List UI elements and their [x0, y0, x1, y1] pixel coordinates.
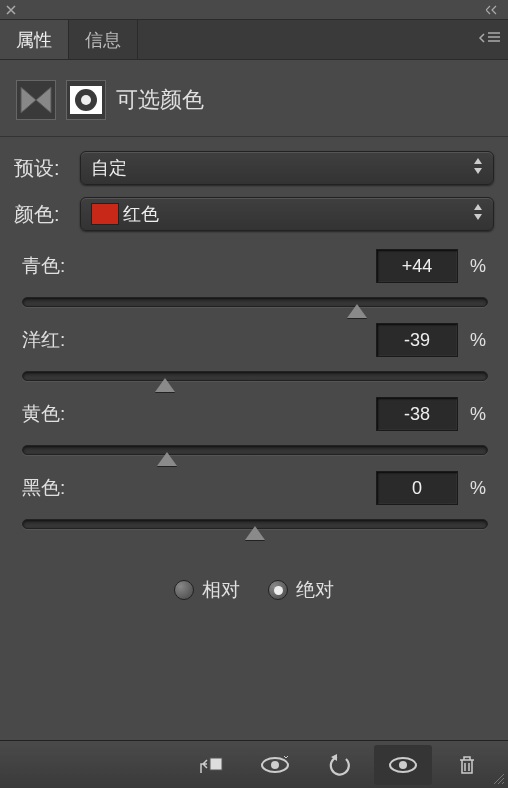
magenta-label: 洋红: [22, 327, 65, 353]
collapse-icon[interactable] [486, 5, 502, 15]
slider-thumb[interactable] [155, 378, 175, 392]
yellow-label: 黄色: [22, 401, 65, 427]
resize-grip-icon[interactable] [492, 772, 506, 786]
adjustment-layer-icon [16, 80, 56, 120]
percent-sign: % [470, 404, 488, 425]
preset-value: 自定 [91, 156, 127, 180]
magenta-slider[interactable] [22, 371, 488, 381]
cyan-label: 青色: [22, 253, 65, 279]
black-value-input[interactable] [376, 471, 458, 505]
black-label: 黑色: [22, 475, 65, 501]
preset-select[interactable]: 自定 [80, 151, 494, 185]
close-icon[interactable] [6, 5, 16, 15]
radio-icon [174, 580, 194, 600]
color-swatch [91, 203, 119, 225]
slider-thumb[interactable] [157, 452, 177, 466]
svg-point-2 [81, 95, 91, 105]
preset-label: 预设: [14, 155, 70, 182]
black-slider[interactable] [22, 519, 488, 529]
slider-thumb[interactable] [245, 526, 265, 540]
panel-menu-icon[interactable] [478, 30, 502, 44]
yellow-value-input[interactable] [376, 397, 458, 431]
color-select[interactable]: 红色 [80, 197, 494, 231]
reset-button[interactable] [310, 745, 368, 785]
magenta-value-input[interactable] [376, 323, 458, 357]
clip-to-layer-button[interactable] [182, 745, 240, 785]
color-value: 红色 [123, 202, 159, 226]
toggle-visibility-button[interactable] [374, 745, 432, 785]
tab-properties[interactable]: 属性 [0, 20, 69, 59]
tab-properties-label: 属性 [16, 28, 52, 52]
panel-title: 可选颜色 [116, 85, 204, 115]
svg-point-5 [271, 761, 279, 769]
delete-button[interactable] [438, 745, 496, 785]
percent-sign: % [470, 330, 488, 351]
mode-relative[interactable]: 相对 [174, 577, 240, 603]
cyan-value-input[interactable] [376, 249, 458, 283]
yellow-slider[interactable] [22, 445, 488, 455]
mode-absolute[interactable]: 绝对 [268, 577, 334, 603]
view-previous-button[interactable] [246, 745, 304, 785]
percent-sign: % [470, 478, 488, 499]
svg-rect-3 [210, 758, 222, 770]
cyan-slider[interactable] [22, 297, 488, 307]
mode-absolute-label: 绝对 [296, 577, 334, 603]
mode-relative-label: 相对 [202, 577, 240, 603]
svg-point-7 [399, 761, 407, 769]
tab-info[interactable]: 信息 [69, 20, 138, 59]
color-label: 颜色: [14, 201, 70, 228]
tab-info-label: 信息 [85, 28, 121, 52]
selective-color-icon [66, 80, 106, 120]
slider-thumb[interactable] [347, 304, 367, 318]
radio-icon [268, 580, 288, 600]
percent-sign: % [470, 256, 488, 277]
